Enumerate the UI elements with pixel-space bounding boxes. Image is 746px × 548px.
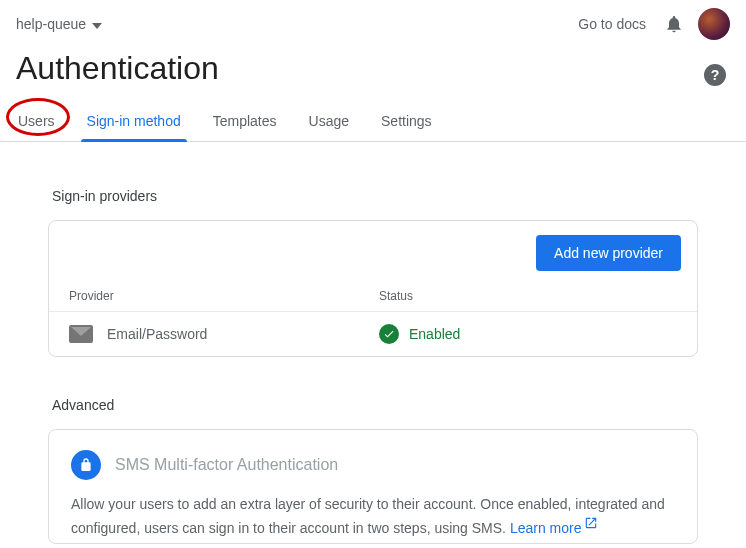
column-status: Status [379, 289, 677, 303]
lock-icon [71, 450, 101, 480]
tab-settings[interactable]: Settings [379, 103, 434, 141]
tab-signin-method[interactable]: Sign-in method [85, 103, 183, 141]
project-name: help-queue [16, 16, 86, 32]
mfa-description: Allow your users to add an extra layer o… [71, 494, 675, 539]
help-icon[interactable]: ? [704, 64, 726, 86]
check-circle-icon [379, 324, 399, 344]
provider-cell: Email/Password [69, 325, 379, 343]
providers-table-header: Provider Status [49, 281, 697, 312]
learn-more-link[interactable]: Learn more [510, 520, 598, 536]
add-new-provider-button[interactable]: Add new provider [536, 235, 681, 271]
section-advanced: Advanced [52, 397, 698, 413]
tab-templates[interactable]: Templates [211, 103, 279, 141]
content: Sign-in providers Add new provider Provi… [0, 142, 746, 544]
section-signin-providers: Sign-in providers [52, 188, 698, 204]
project-switcher[interactable]: help-queue [16, 16, 102, 32]
mfa-title: SMS Multi-factor Authentication [115, 456, 338, 474]
advanced-card: SMS Multi-factor Authentication Allow yo… [48, 429, 698, 544]
tab-usage[interactable]: Usage [307, 103, 351, 141]
notifications-icon[interactable] [664, 14, 684, 34]
status-cell: Enabled [379, 324, 460, 344]
column-provider: Provider [69, 289, 379, 303]
table-row[interactable]: Email/Password Enabled [49, 312, 697, 356]
top-bar: help-queue Go to docs [0, 0, 746, 40]
mfa-header: SMS Multi-factor Authentication [71, 450, 675, 480]
tabs: Users Sign-in method Templates Usage Set… [0, 103, 746, 142]
providers-toolbar: Add new provider [49, 221, 697, 281]
external-link-icon [584, 517, 598, 533]
status-text: Enabled [409, 326, 460, 342]
providers-card: Add new provider Provider Status Email/P… [48, 220, 698, 357]
go-to-docs-link[interactable]: Go to docs [578, 16, 646, 32]
tab-users[interactable]: Users [16, 103, 57, 141]
chevron-down-icon [92, 16, 102, 32]
provider-name: Email/Password [107, 326, 207, 342]
avatar[interactable] [698, 8, 730, 40]
page-title: Authentication [16, 50, 730, 87]
mail-icon [69, 325, 93, 343]
